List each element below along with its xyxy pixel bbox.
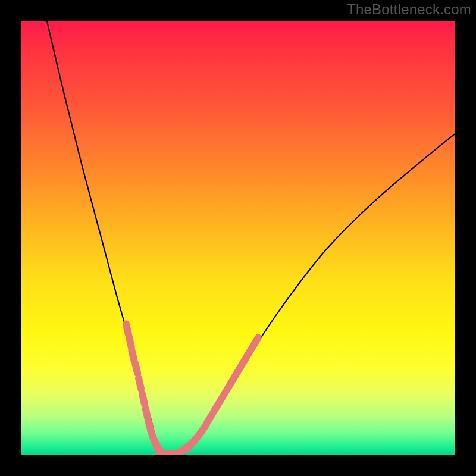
highlight-dots-right [187,337,258,448]
highlight-dots-left [126,324,167,455]
highlight-dot [142,393,145,404]
bottleneck-curve [47,21,455,455]
highlight-dot [129,337,131,347]
chart-frame: TheBottleneck.com [0,0,476,476]
highlight-dot [253,337,258,346]
highlight-dot [126,324,129,335]
curve-layer [21,21,455,455]
watermark-text: TheBottleneck.com [347,1,471,18]
highlight-dot [131,350,134,361]
plot-area [21,21,455,455]
highlight-dot [146,409,148,419]
highlight-dot [139,378,141,389]
highlight-dot [135,363,137,373]
